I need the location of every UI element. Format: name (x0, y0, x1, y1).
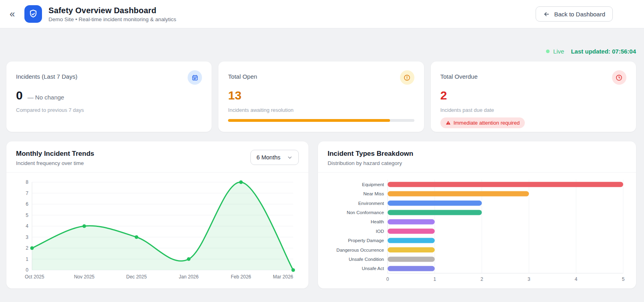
svg-text:2: 2 (26, 245, 28, 251)
arrow-left-icon (543, 11, 550, 18)
svg-text:Property Damage: Property Damage (348, 238, 384, 243)
clock-icon (612, 70, 626, 85)
chart-card-incident-types: Incident Types Breakdown Distribution by… (318, 141, 636, 288)
svg-text:0: 0 (386, 276, 389, 282)
stat-card-total-open: Total Open 13 Incidents awaiting resolut… (218, 62, 424, 132)
svg-text:Equipment: Equipment (362, 182, 384, 187)
svg-text:1: 1 (433, 276, 436, 282)
stat-caption: Incidents past due date (440, 107, 626, 113)
svg-text:5: 5 (622, 276, 625, 282)
dashboard-main: Live Last updated: 07:56:04 Incidents (L… (0, 48, 644, 288)
svg-text:Oct 2025: Oct 2025 (25, 274, 44, 280)
chart-title: Monthly Incident Trends (16, 150, 94, 158)
line-chart-canvas[interactable]: 012345678Oct 2025Nov 2025Dec 2025Jan 202… (16, 177, 299, 282)
chevron-down-icon (287, 155, 293, 161)
svg-text:0: 0 (26, 267, 28, 273)
svg-text:Dangerous Occurrence: Dangerous Occurrence (336, 248, 384, 252)
svg-text:Mar 2026: Mar 2026 (273, 274, 293, 280)
bar-chart-canvas[interactable]: 012345EquipmentNear MissEnvironmentNon C… (328, 177, 628, 284)
live-dot-icon (546, 50, 550, 53)
range-selector-value: 6 Months (256, 154, 280, 161)
svg-text:4: 4 (575, 276, 578, 282)
svg-text:3: 3 (26, 234, 28, 240)
stat-title: Total Overdue (440, 70, 478, 80)
stat-change-label: — No change (28, 94, 64, 101)
stat-cards-row: Incidents (Last 7 Days) 0 — No change Co… (6, 62, 636, 132)
page-subtitle: Demo Site • Real-time incident monitorin… (48, 16, 176, 22)
alert-circle-icon (400, 70, 414, 85)
warning-triangle-icon (446, 120, 451, 125)
back-to-dashboard-button[interactable]: Back to Dashboard (536, 6, 613, 22)
chart-subtitle: Incident frequency over time (16, 160, 94, 166)
stat-title: Incidents (Last 7 Days) (16, 70, 77, 80)
svg-text:Nov 2025: Nov 2025 (74, 274, 95, 280)
svg-text:5: 5 (26, 213, 28, 218)
calendar-icon (188, 70, 202, 85)
open-progress-fill (228, 119, 390, 122)
charts-row: Monthly Incident Trends Incident frequen… (6, 141, 636, 288)
chart-title: Incident Types Breakdown (328, 150, 413, 158)
back-button-label: Back to Dashboard (554, 11, 605, 18)
svg-text:Environment: Environment (358, 201, 384, 206)
last-updated-text: Last updated: 07:56:04 (571, 48, 636, 55)
stat-value: 13 (228, 89, 241, 101)
svg-text:IOD: IOD (376, 229, 384, 234)
svg-text:Non Conformance: Non Conformance (347, 210, 384, 215)
stat-value: 2 (440, 89, 447, 101)
svg-text:Near Miss: Near Miss (363, 191, 384, 196)
live-indicator: Live Last updated: 07:56:04 (6, 48, 636, 55)
stat-value: 0 (16, 89, 23, 101)
live-label: Live (553, 48, 564, 55)
svg-text:Feb 2026: Feb 2026 (231, 274, 251, 280)
chart-card-monthly-trends: Monthly Incident Trends Incident frequen… (6, 141, 308, 288)
stat-title: Total Open (228, 70, 257, 80)
stat-caption: Compared to previous 7 days (16, 107, 202, 113)
svg-text:3: 3 (528, 276, 530, 282)
stat-card-total-overdue: Total Overdue 2 Incidents past due date … (431, 62, 636, 132)
svg-text:Jan 2026: Jan 2026 (179, 274, 199, 280)
svg-text:7: 7 (26, 191, 28, 196)
open-progress-track (228, 119, 414, 122)
brand-tile (24, 5, 42, 23)
svg-text:Dec 2025: Dec 2025 (126, 274, 147, 280)
overdue-attention-badge: Immediate attention required (440, 117, 525, 128)
chart-subtitle: Distribution by hazard category (328, 160, 413, 166)
range-selector-dropdown[interactable]: 6 Months (250, 150, 299, 165)
svg-text:2: 2 (480, 276, 483, 282)
svg-text:Unsafe Act: Unsafe Act (362, 266, 384, 271)
badge-label: Immediate attention required (454, 120, 520, 126)
svg-text:4: 4 (26, 223, 28, 229)
shield-check-icon (28, 9, 38, 19)
svg-text:1: 1 (26, 256, 28, 262)
svg-text:Health: Health (371, 219, 384, 224)
collapse-sidebar-button[interactable]: « (6, 8, 18, 20)
app-header: « Safety Overview Dashboard Demo Site • … (0, 0, 644, 28)
stat-caption: Incidents awaiting resolution (228, 107, 414, 113)
stat-card-incidents-7-days: Incidents (Last 7 Days) 0 — No change Co… (6, 62, 212, 132)
page-title: Safety Overview Dashboard (48, 6, 176, 15)
svg-text:8: 8 (26, 179, 28, 185)
title-block: Safety Overview Dashboard Demo Site • Re… (48, 6, 176, 22)
svg-text:Unsafe Condition: Unsafe Condition (349, 257, 384, 262)
svg-text:6: 6 (26, 201, 28, 207)
